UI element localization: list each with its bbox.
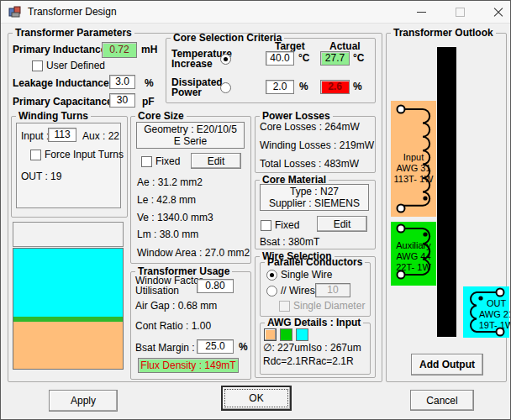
winding-out-label: OUT : 19 <box>21 171 61 182</box>
temperature-increase-radio[interactable] <box>220 54 231 65</box>
core-size-edit-button[interactable]: Edit <box>191 153 241 169</box>
bobbin-out-layer <box>13 249 123 317</box>
primary-inductance-unit: mH <box>141 45 157 55</box>
window-title: Transformer Design <box>28 7 117 18</box>
bobbin-window-panel <box>13 248 124 370</box>
dissipated-target-unit: % <box>299 81 308 92</box>
minimize-button[interactable] <box>403 1 440 23</box>
app-icon <box>8 5 22 18</box>
winding-out-block[interactable]: OUT AWG 21 19T- 1W <box>463 286 509 338</box>
parallel-wires-count-input <box>315 283 350 297</box>
core-window-area-value: Window Area : 27.0 mm2 <box>137 248 250 259</box>
awg-swatch-input[interactable] <box>264 328 277 341</box>
temperature-actual-value: 27.7 <box>320 51 350 66</box>
maximize-button <box>441 1 478 23</box>
maximize-icon <box>456 8 465 17</box>
air-gap-value: Air Gap : 0.68 mm <box>135 301 217 312</box>
winding-auxiliary-name: Auxiliary <box>391 240 446 250</box>
bobbin-empty-panel <box>13 222 124 247</box>
winding-auxiliary-turns: 22T- 1W <box>391 262 446 272</box>
single-diameter-label: Single Diameter <box>293 301 365 312</box>
awg-diameter-value: ∅: 227um <box>263 343 308 354</box>
leakage-inductance-label: Leakage Inductance <box>13 78 109 89</box>
core-material-fixed-checkbox[interactable] <box>261 220 271 231</box>
winding-auxiliary-block[interactable]: Auxiliary AWG 44 22T- 1W <box>391 222 436 286</box>
primary-inductance-value: 0.72 <box>102 42 137 58</box>
leakage-inductance-input[interactable] <box>109 75 135 89</box>
titlebar: Transformer Design <box>1 1 510 24</box>
dissipated-actual-unit: % <box>353 81 362 92</box>
core-material-display: Type : N27 Supplier : SIEMENS <box>260 184 369 211</box>
awg-rac-value: Rac=2.1R <box>308 356 354 367</box>
awg-swatch-auxiliary[interactable] <box>280 328 292 341</box>
temperature-target-unit: °C <box>298 53 309 64</box>
core-size-fixed-checkbox[interactable] <box>141 156 152 167</box>
bsat-margin-input[interactable] <box>197 339 234 354</box>
parallel-wires-label: // Wires <box>281 286 315 297</box>
core-material-fixed-label: Fixed <box>275 220 299 231</box>
close-button[interactable] <box>480 1 511 23</box>
primary-inductance-label: Primary Inductance <box>13 45 106 55</box>
add-output-button[interactable]: Add Output <box>411 354 483 375</box>
bsat-margin-label: Bsat Margin : <box>135 343 195 354</box>
awg-iso-value: Iso : 267um <box>308 343 361 354</box>
bsat-margin-unit: % <box>239 342 248 353</box>
force-input-turns-checkbox[interactable] <box>30 150 41 160</box>
leakage-inductance-unit: % <box>145 78 154 89</box>
user-defined-checkbox[interactable] <box>32 60 43 71</box>
core-geometry-display: Geometry : E20/10/5 E Serie <box>136 122 245 149</box>
primary-capacitance-input[interactable] <box>109 93 135 108</box>
awg-swatch-out[interactable] <box>296 328 308 341</box>
winding-aux-label: Aux : 22 <box>82 131 119 142</box>
cancel-button[interactable]: Cancel <box>410 390 474 411</box>
ok-button[interactable]: OK <box>222 386 291 410</box>
primary-capacitance-unit: pF <box>142 97 155 108</box>
apply-button[interactable]: Apply <box>49 390 118 412</box>
awg-rdc-value: Rdc=2.1R <box>263 356 308 367</box>
winding-input-turns: 113T- 1W <box>391 174 446 184</box>
core-le-value: Le : 42.8 mm <box>137 195 196 206</box>
core-leg-bar <box>437 47 456 337</box>
user-defined-label: User Defined <box>46 60 105 71</box>
bsat-value: Bsat : 380mT <box>260 237 319 248</box>
temperature-actual-unit: °C <box>353 53 364 64</box>
parallel-wires-radio[interactable] <box>266 286 277 297</box>
winding-out-name: OUT <box>463 298 511 308</box>
winding-auxiliary-awg: AWG 44 <box>391 251 446 261</box>
window-factor-label-2: Utilisation <box>135 286 179 297</box>
winding-out-awg: AWG 21 <box>463 309 511 319</box>
core-losses-value: Core Losses : 264mW <box>260 122 360 133</box>
window-factor-input[interactable] <box>197 279 234 293</box>
close-icon <box>493 7 504 18</box>
winding-input-block[interactable]: Input AWG 31 113T- 1W <box>391 101 436 217</box>
single-wire-radio[interactable] <box>266 270 277 281</box>
force-input-turns-label: Force Input Turns <box>45 150 124 160</box>
primary-capacitance-label: Primary Capacitance <box>13 97 113 108</box>
core-material-edit-button[interactable]: Edit <box>317 216 367 232</box>
core-ae-value: Ae : 31.2 mm2 <box>137 177 203 188</box>
winding-input-turns-input[interactable] <box>48 128 76 142</box>
cont-ratio-value: Cont Ratio : 1.00 <box>135 321 211 332</box>
single-wire-label: Single Wire <box>281 270 332 281</box>
winding-input-awg: AWG 31 <box>391 163 446 173</box>
dissipated-power-radio[interactable] <box>220 82 231 93</box>
flux-density-display: Flux Density : 149mT <box>138 358 239 373</box>
core-size-fixed-label: Fixed <box>155 156 180 167</box>
temperature-increase-label-2: Increase <box>171 59 213 70</box>
dissipated-target-input[interactable] <box>266 80 294 94</box>
minimize-icon <box>417 12 426 13</box>
bobbin-input-layer <box>13 322 123 369</box>
total-losses-value: Total Losses : 483mW <box>260 159 359 170</box>
core-ve-value: Ve : 1340.0 mm3 <box>137 213 213 223</box>
dissipated-actual-value: 2.6 <box>320 80 350 94</box>
winding-losses-value: Winding Losses : 219mW <box>260 140 374 151</box>
single-diameter-checkbox <box>279 301 290 312</box>
winding-out-turns: 19T- 1W <box>463 320 511 330</box>
winding-input-name: Input <box>391 152 446 162</box>
temperature-target-input[interactable] <box>266 51 294 66</box>
core-lm-value: Lm : 38.0 mm <box>137 229 198 240</box>
winding-input-label: Input : <box>21 131 49 142</box>
transformer-design-window: Transformer Design Transformer Parameter… <box>0 0 511 420</box>
dissipated-power-label-2: Power <box>171 87 202 98</box>
